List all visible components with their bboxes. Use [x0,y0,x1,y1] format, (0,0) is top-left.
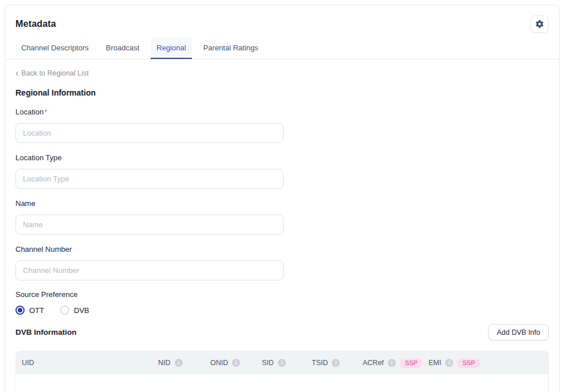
tab-channel-descriptors[interactable]: Channel Descriptors [15,37,95,59]
tab-parental-ratings[interactable]: Parental Ratings [198,37,264,59]
location-type-input[interactable] [15,169,284,189]
column-header-nid: NID i [158,359,210,367]
source-preference-group: Source Preference OTT DVB [15,290,549,315]
location-label-text: Location [15,108,44,116]
radio-option-ott[interactable]: OTT [15,306,44,315]
chevron-left-icon: ‹ [15,70,18,77]
channel-number-input[interactable] [15,260,284,280]
source-preference-options: OTT DVB [15,306,549,315]
info-icon[interactable]: i [332,359,340,367]
location-input[interactable] [15,123,284,143]
metadata-card: Metadata Channel Descriptors Broadcast R… [5,5,560,392]
add-dvb-info-button[interactable]: Add DVB Info [488,324,549,340]
channel-number-field-group: Channel Number [15,245,549,280]
back-to-regional-list-link[interactable]: ‹ Back to Regional List [15,69,89,77]
dvb-table-header-row: UID NID i ONID i SID i TSID i [16,351,548,374]
onid-column-label: ONID [210,359,228,367]
radio-selected-icon [15,306,25,315]
acref-column-label: ACRef [363,359,384,367]
column-header-onid: ONID i [210,359,262,367]
tab-broadcast[interactable]: Broadcast [100,37,146,59]
radio-ott-label: OTT [29,306,44,315]
radio-option-dvb[interactable]: DVB [60,306,89,315]
required-asterisk: * [44,108,47,116]
name-input[interactable] [15,215,284,235]
uid-column-label: UID [22,359,34,367]
sid-column-label: SID [262,359,274,367]
radio-dvb-label: DVB [74,306,89,315]
info-icon[interactable]: i [232,359,240,367]
column-header-emi: EMI i SSP [429,358,548,368]
nid-column-label: NID [158,359,171,367]
column-header-tsid: TSID i [312,359,363,367]
column-header-uid: UID [22,359,158,367]
settings-button[interactable] [530,15,549,33]
name-label: Name [15,199,549,208]
tab-regional[interactable]: Regional [151,37,191,59]
dvb-information-header: DVB Information Add DVB Info [15,324,549,340]
tab-bar: Channel Descriptors Broadcast Regional P… [5,37,559,60]
info-icon[interactable]: i [278,359,286,367]
location-type-field-group: Location Type [15,153,549,189]
location-label: Location* [15,108,549,116]
column-header-acref: ACRef i SSP [363,358,429,368]
location-type-label: Location Type [15,153,549,162]
ssp-badge: SSP [457,358,480,368]
radio-unselected-icon [60,306,69,315]
info-icon[interactable]: i [388,359,396,367]
tsid-column-label: TSID [312,359,328,367]
column-header-sid: SID i [262,359,312,367]
location-field-group: Location* [15,108,549,143]
dvb-information-heading: DVB Information [15,328,77,336]
card-header: Metadata [15,15,549,33]
channel-number-label: Channel Number [15,245,549,254]
source-preference-label: Source Preference [15,290,549,299]
name-field-group: Name [15,199,549,235]
info-icon[interactable]: i [445,359,453,367]
emi-column-label: EMI [429,359,441,367]
dvb-table-body [16,374,548,392]
ssp-badge: SSP [400,358,423,368]
dvb-table: UID NID i ONID i SID i TSID i [15,351,549,392]
page-title: Metadata [15,19,56,29]
back-link-label: Back to Regional List [21,69,88,77]
gear-icon [535,19,544,29]
regional-information-heading: Regional Information [15,88,549,97]
info-icon[interactable]: i [175,359,183,367]
